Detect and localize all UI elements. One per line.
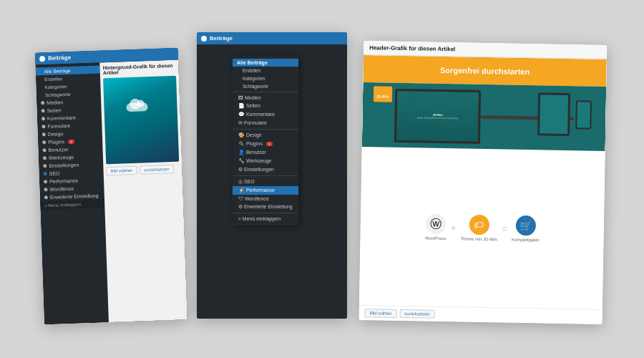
content-buttons-left: Bild wählen zurücksetzen	[106, 165, 179, 176]
dropdown-schlagworte[interactable]: Schlagworte	[233, 82, 298, 90]
dropdown-divider-4	[233, 213, 298, 213]
wordpress-icon: ⓦ	[426, 214, 446, 234]
dropdown-formulare[interactable]: ✉ Formulare	[233, 119, 298, 127]
dropdown-performance[interactable]: ⚡ Performance	[233, 186, 298, 195]
wp-header-middle: Beiträge	[197, 32, 347, 44]
phone-device	[575, 101, 592, 130]
left-screenshot-card: Beiträge Alle Beiträge Erstellen Kategor…	[35, 48, 187, 325]
package-label: Komplettpaket	[512, 238, 539, 243]
wp-content-area-left: Hintergrund-Grafik für diesen Artikel Bi…	[99, 60, 187, 323]
dropdown-design[interactable]: 🎨 Design	[233, 131, 298, 140]
right-screenshot-card: Header-Grafik für diesen Artikel Sorgenf…	[359, 41, 608, 324]
dropdown-divider-3	[233, 175, 298, 176]
page-wrapper: Beiträge Alle Beiträge Erstellen Kategor…	[0, 0, 644, 358]
collapse-label: « Menü einklappen	[44, 202, 81, 208]
pen-icon	[39, 56, 45, 62]
dropdown-erstellen[interactable]: Erstellen	[233, 67, 298, 74]
promo-item-theme: 🏷 Theme von JG-Bits	[460, 215, 497, 242]
promo-banner-text: Sorgenfrei durchstarten	[372, 64, 598, 78]
wp-nav-left: Alle Beiträge Erstellen Kategorien Schla…	[35, 62, 109, 324]
cloud-shape	[126, 102, 147, 112]
clouds-decoration	[126, 102, 155, 117]
phone-screen	[577, 102, 590, 128]
zurucksetzen-button-left[interactable]: zurücksetzen	[140, 165, 174, 175]
dropdown-kommentare[interactable]: 💬 Kommentare	[233, 110, 298, 119]
dropdown-divider-1	[233, 92, 298, 92]
promo-device-area: JG-Bits JG-Bits Mobile Development und I…	[362, 82, 607, 151]
wp-header-title-middle: Beiträge	[210, 35, 233, 42]
dropdown-medien[interactable]: 🖼 Medien	[233, 94, 298, 102]
laptop-screen: JG-Bits Mobile Development und Ihre IT-S…	[396, 91, 479, 142]
equals-sign: =	[502, 223, 507, 234]
dropdown-benutzer[interactable]: 👤 Benutzer	[233, 148, 298, 157]
dropdown-seo[interactable]: ◎ SEO	[233, 178, 298, 186]
dropdown-wordfence[interactable]: 🛡 Wordfence	[233, 195, 298, 203]
promo-banner: Sorgenfrei durchstarten	[363, 55, 607, 87]
dropdown-einstellungen[interactable]: ⚙ Einstellungen	[233, 165, 298, 174]
dropdown-kategorien[interactable]: Kategorien	[233, 74, 298, 82]
theme-icon: 🏷	[469, 215, 489, 235]
dropdown-divider-2	[233, 129, 298, 130]
promo-bottom-section: ⓦ WordPress + 🏷 Theme von JG-Bits = 🛒 Ko…	[359, 147, 605, 309]
wp-body-middle: Alle Beiträge Erstellen Kategorien Schla…	[197, 44, 347, 319]
package-icon: 🛒	[515, 216, 535, 236]
jg-logo-text: JG-Bits	[376, 95, 389, 99]
pen-icon-middle	[201, 36, 207, 42]
dropdown-erweiterte[interactable]: ⚙ Erweiterte Einstellung	[233, 203, 298, 211]
plus-sign: +	[450, 222, 456, 233]
laptop-sub-text: Mobile Development und Ihre IT-Sicherhei…	[417, 116, 458, 120]
bild-wahlen-button-right[interactable]: Bild wählen	[365, 309, 397, 318]
promo-item-package: 🛒 Komplettpaket	[512, 216, 540, 243]
bild-wahlen-button-left[interactable]: Bild wählen	[106, 166, 137, 175]
beitrage-dropdown: Alle Beiträge Erstellen Kategorien Schla…	[233, 56, 298, 226]
dropdown-section-label[interactable]: Alle Beiträge	[233, 59, 298, 67]
wp-body-left: Alle Beiträge Erstellen Kategorien Schla…	[35, 60, 187, 325]
laptop-device: JG-Bits Mobile Development und Ihre IT-S…	[394, 89, 481, 144]
wp-header-title-left: Beiträge	[48, 54, 71, 62]
promo-item-wordpress: ⓦ WordPress	[425, 214, 447, 241]
dropdown-collapse[interactable]: « Menü einklappen	[233, 215, 298, 223]
wp-nav-middle: Alle Beiträge Erstellen Kategorien Schla…	[197, 44, 347, 319]
nav-footer-left[interactable]: « Menü einklappen	[40, 199, 104, 210]
theme-label: Theme von JG-Bits	[460, 237, 497, 242]
jg-bits-logo: JG-Bits	[374, 87, 392, 102]
dropdown-werkzeuge[interactable]: 🔧 Werkzeuge	[233, 157, 298, 165]
promo-body: Sorgenfrei durchstarten JG-Bits JG-Bits …	[359, 55, 607, 324]
tablet-device	[537, 93, 570, 137]
dropdown-plugins[interactable]: 🔌 Plugins 1	[233, 140, 298, 148]
wp-admin-middle: Beiträge Alle Beiträge Erstellen Kategor…	[197, 32, 347, 319]
dropdown-seiten[interactable]: 📄 Seiten	[233, 102, 298, 110]
image-preview-left	[103, 76, 179, 164]
middle-screenshot-card: Beiträge Alle Beiträge Erstellen Kategor…	[197, 32, 347, 319]
content-title-left: Hintergrund-Grafik für diesen Artikel	[102, 63, 175, 76]
wordpress-label: WordPress	[425, 236, 447, 241]
wp-admin-left: Beiträge Alle Beiträge Erstellen Kategor…	[35, 48, 187, 325]
tablet-screen	[540, 95, 568, 135]
promo-content: Header-Grafik für diesen Artikel Sorgenf…	[359, 41, 608, 324]
laptop-screen-content: JG-Bits Mobile Development und Ihre IT-S…	[396, 91, 479, 142]
zurucksetzen-button-right[interactable]: zurücksetzen	[399, 309, 435, 319]
